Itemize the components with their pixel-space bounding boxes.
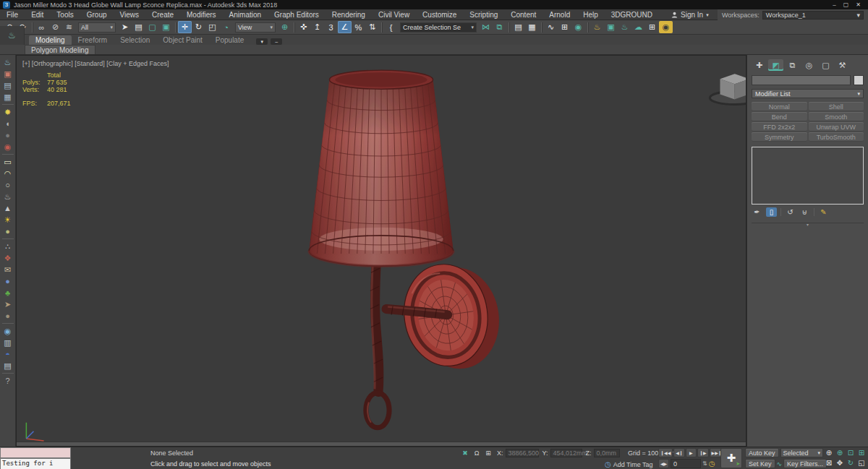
maxscript-mini-listener-macro[interactable]: [0, 447, 71, 458]
render-production-icon[interactable]: ♨: [618, 21, 631, 33]
z-coordinate-field[interactable]: 0,0mm: [594, 449, 620, 457]
key-filters-button[interactable]: Key Filters...: [783, 459, 827, 468]
x-coordinate-field[interactable]: 38866,500: [506, 449, 539, 457]
select-and-rotate-icon[interactable]: ↻: [192, 21, 205, 33]
render-in-cloud-icon[interactable]: ☁: [631, 21, 645, 33]
crumple-ball-icon[interactable]: ●: [1, 275, 14, 287]
mirror-icon[interactable]: ⋈: [479, 21, 493, 33]
plane-icon[interactable]: ▭: [1, 156, 14, 168]
viewport[interactable]: [+] [Orthographic] [Standard] [Clay + Ed…: [16, 55, 746, 447]
ribbon-tab-populate[interactable]: Populate: [209, 35, 250, 45]
play-button[interactable]: ▶: [686, 448, 697, 457]
menu-scripting[interactable]: Scripting: [463, 9, 504, 20]
named-selection-sets-icon[interactable]: {: [384, 21, 398, 33]
envelope-icon[interactable]: ✉: [1, 264, 14, 275]
set-key-plus-button[interactable]: ✚➤: [720, 448, 742, 468]
set-key-button[interactable]: Set Key: [745, 459, 775, 468]
select-by-name-icon[interactable]: ▤: [132, 21, 145, 33]
frame-number-field[interactable]: [671, 459, 701, 468]
keyboard-shortcut-override-icon[interactable]: ↥: [310, 21, 324, 33]
layer-explorer-icon[interactable]: ▦: [525, 21, 539, 33]
zoom-extents-all-icon[interactable]: ⊞: [856, 448, 867, 457]
previous-frame-button[interactable]: ◀❙: [673, 448, 685, 457]
render-setup-icon[interactable]: ♨: [590, 21, 604, 33]
spotlight-icon[interactable]: ◖: [1, 118, 14, 129]
render-teapot-icon[interactable]: ♨: [1, 56, 14, 68]
maxscript-mini-listener[interactable]: Testing for i: [0, 458, 71, 469]
a360-gallery-icon[interactable]: ⊞: [645, 21, 659, 33]
ribbon-tab-freeform[interactable]: Freeform: [72, 35, 114, 45]
pin-stack-icon[interactable]: ✒: [752, 207, 762, 217]
hierarchy-tab-icon[interactable]: ⧉: [785, 59, 800, 71]
menu-rendering[interactable]: Rendering: [326, 9, 372, 20]
object-name-field[interactable]: [752, 75, 851, 85]
material-editor-icon[interactable]: ◉: [571, 21, 585, 33]
camera-icon[interactable]: ◉: [1, 141, 14, 152]
wall-sconce-model[interactable]: [309, 70, 506, 428]
viewcube[interactable]: [710, 74, 746, 104]
motion-tab-icon[interactable]: ◎: [801, 59, 817, 71]
menu-arnold[interactable]: Arnold: [542, 9, 576, 20]
modifier-button-smooth[interactable]: Smooth: [809, 112, 864, 121]
sun-icon[interactable]: ☀: [1, 214, 14, 225]
polygon-modeling-panel-tab[interactable]: Polygon Modeling: [25, 45, 95, 54]
menu-customize[interactable]: Customize: [416, 9, 463, 20]
menu-views[interactable]: Views: [114, 9, 146, 20]
make-unique-icon[interactable]: ↺: [785, 207, 796, 217]
render-window-icon[interactable]: ▣: [1, 68, 14, 79]
spinner-snap-toggle-icon[interactable]: ⇅: [365, 21, 379, 33]
create-tab-icon[interactable]: ✚: [752, 59, 767, 71]
menu-edit[interactable]: Edit: [25, 9, 50, 20]
select-and-place-icon[interactable]: ◔: [219, 21, 233, 33]
ribbon-tab-selection[interactable]: Selection: [114, 35, 156, 45]
use-pivot-point-icon[interactable]: ⊕: [278, 21, 292, 33]
menu-file[interactable]: File: [0, 9, 25, 20]
spheres-red-icon[interactable]: ❖: [1, 252, 14, 264]
sphere-material-icon[interactable]: ◓: [1, 348, 14, 360]
reference-coordinate-system-dropdown[interactable]: View▾: [235, 22, 276, 33]
help-icon[interactable]: ?: [1, 375, 14, 387]
display-tab-icon[interactable]: ▢: [818, 59, 833, 71]
modifier-button-normal[interactable]: Normal: [752, 102, 807, 111]
rock-icon[interactable]: ●: [1, 310, 14, 322]
rectangular-selection-region-icon[interactable]: ▢: [145, 21, 159, 33]
selected-dropdown[interactable]: Selected ▾: [780, 448, 823, 457]
modifier-stack[interactable]: [752, 147, 864, 205]
dome-icon[interactable]: ◠: [1, 168, 14, 179]
menu-help[interactable]: Help: [576, 9, 605, 20]
ribbon-tab-modeling[interactable]: Modeling: [29, 35, 72, 45]
unlink-selection-icon[interactable]: ⊘: [48, 21, 62, 33]
select-and-manipulate-icon[interactable]: ✜: [297, 21, 310, 33]
orbit-icon[interactable]: ↻: [846, 458, 856, 468]
curve-editor-icon[interactable]: ∿: [544, 21, 558, 33]
ribbon-teapot-icon[interactable]: ♨: [0, 26, 25, 45]
schematic-view-icon[interactable]: ⊞: [558, 21, 571, 33]
configure-modifier-sets-icon[interactable]: ✎: [818, 207, 829, 217]
minimize-button[interactable]: –: [833, 1, 835, 8]
listener-window-icon[interactable]: ▤: [1, 79, 14, 91]
circle-icon[interactable]: ○: [1, 179, 14, 191]
modifier-button-bend[interactable]: Bend: [752, 112, 807, 121]
menu-civil-view[interactable]: Civil View: [372, 9, 416, 20]
modifier-button-ffd-2x2x2[interactable]: FFD 2x2x2: [752, 122, 807, 132]
modifier-button-shell[interactable]: Shell: [809, 102, 864, 111]
utilities-tab-icon[interactable]: ⚒: [835, 59, 850, 71]
selection-lock-toggle-icon[interactable]: Ω: [472, 449, 482, 457]
frame-spinner[interactable]: ⇅: [702, 460, 707, 467]
time-configuration-icon[interactable]: ◷: [709, 460, 715, 468]
menu-create[interactable]: Create: [145, 9, 180, 20]
add-time-tag[interactable]: ◷ Add Time Tag: [605, 460, 653, 468]
zoom-extents-icon[interactable]: ⊡: [846, 448, 856, 457]
modifier-button-unwrap-uvw[interactable]: Unwrap UVW: [809, 122, 864, 132]
zoom-all-icon[interactable]: ⊕: [835, 448, 845, 457]
modifier-list-dropdown[interactable]: Modifier List ▾: [752, 89, 864, 98]
show-end-result-icon[interactable]: ▯: [766, 207, 777, 217]
absolute-mode-transform-icon[interactable]: ⊞: [483, 449, 493, 457]
modifier-button-turbosmooth[interactable]: TurboSmooth: [809, 132, 864, 142]
maximize-viewport-icon[interactable]: ◱: [856, 458, 867, 468]
angle-snap-toggle-icon[interactable]: ∠: [338, 21, 352, 33]
menu-group[interactable]: Group: [80, 9, 114, 20]
clipboard-icon[interactable]: ▥: [1, 337, 14, 348]
bind-to-space-warp-icon[interactable]: ≋: [62, 21, 76, 33]
rendered-frame-window-icon[interactable]: ▣: [604, 21, 618, 33]
